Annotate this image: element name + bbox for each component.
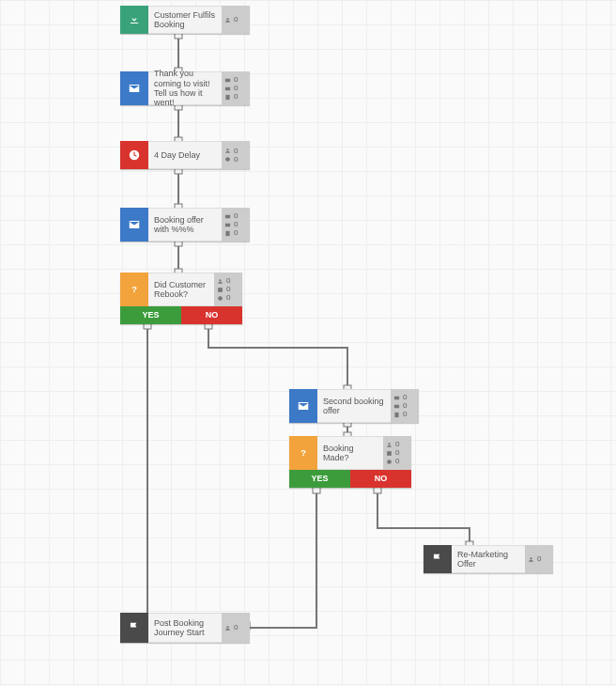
svg-rect-33	[387, 451, 392, 456]
node-thank-you-email[interactable]: Thank you coming to visit! Tell us how i…	[120, 71, 250, 105]
svg-rect-19	[225, 86, 230, 90]
svg-rect-23	[225, 214, 230, 218]
node-stats: 0 0 0	[222, 71, 250, 105]
svg-rect-30	[394, 404, 399, 408]
node-stats: 0	[222, 613, 250, 643]
node-label: Did Customer Rebook?	[148, 273, 214, 306]
flag-icon	[424, 545, 452, 573]
node-stats: 0 0 0	[383, 436, 411, 470]
node-stats: 0 0 0	[222, 208, 250, 242]
branches-rebook: YES NO	[120, 306, 242, 324]
download-icon	[120, 6, 148, 34]
node-remarketing-offer[interactable]: Re-Marketing Offer 0	[424, 545, 553, 573]
svg-point-28	[218, 296, 223, 301]
flag-icon	[120, 613, 148, 643]
branches-booking-made: YES NO	[289, 470, 411, 488]
node-stats: 0 0 0	[391, 389, 419, 423]
svg-rect-31	[394, 412, 398, 416]
svg-point-34	[387, 460, 392, 464]
node-second-booking-offer[interactable]: Second booking offer 0 0 0	[289, 389, 419, 423]
svg-rect-27	[218, 288, 223, 292]
email-icon	[120, 208, 148, 242]
node-customer-fulfils-booking[interactable]: Customer Fulfils Booking 0	[120, 6, 250, 34]
question-icon: ?	[289, 436, 317, 470]
branch-yes[interactable]: YES	[289, 470, 350, 488]
svg-point-22	[225, 157, 230, 162]
node-label: Second booking offer	[317, 389, 391, 423]
connectors-layer	[0, 0, 616, 686]
flow-canvas[interactable]: Customer Fulfils Booking 0 Thank you com…	[0, 0, 616, 686]
node-label: Re-Marketing Offer	[452, 545, 525, 573]
branch-no[interactable]: NO	[350, 470, 411, 488]
node-label: Booking Made?	[317, 436, 383, 470]
branch-no[interactable]: NO	[181, 306, 242, 324]
node-label: Booking offer with %%%	[148, 208, 222, 242]
node-4-day-delay[interactable]: 4 Day Delay 0 0	[120, 141, 250, 169]
node-booking-made[interactable]: ? Booking Made? 0 0 0	[289, 436, 411, 470]
node-booking-offer[interactable]: Booking offer with %%% 0 0 0	[120, 208, 250, 242]
node-post-booking-journey[interactable]: Post Booking Journey Start 0	[120, 613, 250, 643]
email-icon	[289, 389, 317, 423]
node-stats: 0	[525, 545, 553, 573]
node-did-customer-rebook[interactable]: ? Did Customer Rebook? 0 0 0	[120, 273, 242, 306]
svg-rect-25	[225, 230, 229, 235]
node-label: Post Booking Journey Start	[148, 613, 222, 643]
svg-rect-29	[394, 396, 399, 399]
node-label: Customer Fulfils Booking	[148, 6, 222, 34]
node-stats: 0	[222, 6, 250, 34]
node-label: Thank you coming to visit! Tell us how i…	[148, 71, 222, 105]
branch-yes[interactable]: YES	[120, 306, 181, 324]
clock-icon	[120, 141, 148, 169]
svg-text:?: ?	[131, 285, 137, 294]
question-icon: ?	[120, 273, 148, 306]
email-icon	[120, 71, 148, 105]
svg-rect-20	[225, 94, 229, 99]
svg-rect-18	[225, 78, 230, 82]
svg-rect-24	[225, 223, 230, 226]
node-stats: 0 0	[222, 141, 250, 169]
node-label: 4 Day Delay	[148, 141, 222, 169]
svg-text:?: ?	[300, 448, 306, 458]
node-stats: 0 0 0	[214, 273, 242, 306]
